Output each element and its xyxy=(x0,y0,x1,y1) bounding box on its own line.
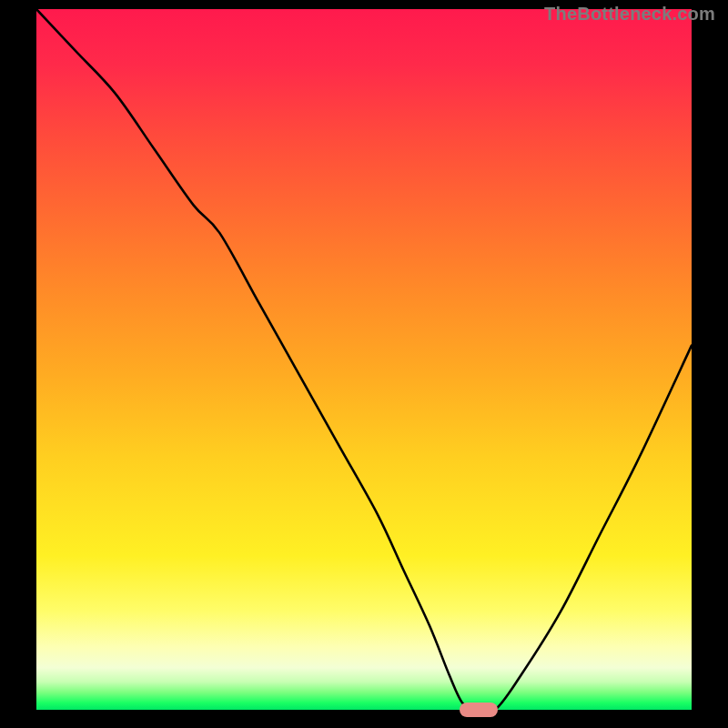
chart-frame: TheBottleneck.com xyxy=(0,0,728,728)
plot-background-gradient xyxy=(36,9,692,710)
watermark-text: TheBottleneck.com xyxy=(544,4,715,25)
optimal-point-marker xyxy=(460,703,498,717)
